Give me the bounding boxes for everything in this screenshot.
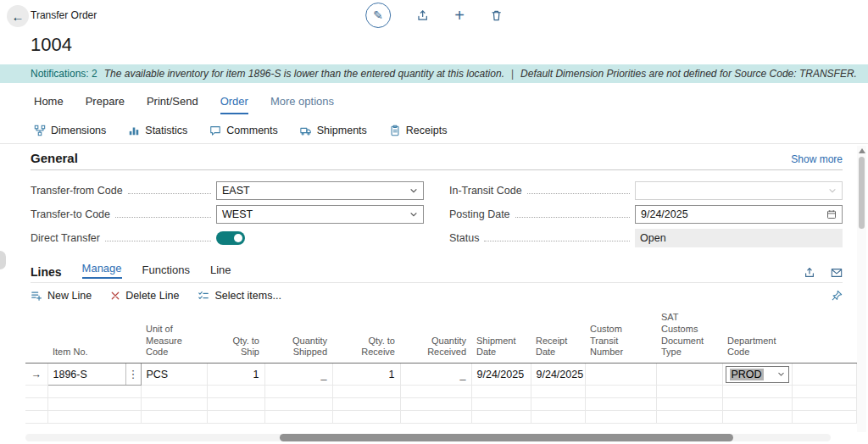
tab-home[interactable]: Home [34, 95, 64, 113]
left-edge-handle[interactable] [0, 251, 6, 269]
tab-manage[interactable]: Manage [82, 262, 122, 279]
col-shipment-date[interactable]: Shipment Date [471, 310, 531, 364]
action-label: Dimensions [51, 125, 106, 136]
delete-line-button[interactable]: Delete Line [110, 290, 179, 302]
statistics-icon [128, 125, 140, 136]
receipts-icon [389, 125, 401, 136]
action-label: Statistics [145, 125, 187, 136]
cell-custom-transit-number[interactable] [585, 364, 656, 386]
cell-qty-to-ship[interactable]: 1 [207, 364, 264, 386]
col-sat-customs-document-type[interactable]: SAT Customs Document Type [656, 310, 722, 364]
cell-shipment-date[interactable]: 9/24/2025 [471, 364, 531, 386]
field-label: Posting Date [449, 208, 510, 220]
add-button[interactable]: + [454, 7, 465, 24]
scroll-up-arrow-icon[interactable] [859, 148, 865, 153]
tab-line[interactable]: Line [210, 264, 231, 279]
field-value: 9/24/2025 [641, 208, 688, 220]
table-row[interactable] [25, 398, 856, 411]
tab-functions[interactable]: Functions [142, 264, 190, 279]
tab-print-send[interactable]: Print/Send [147, 95, 198, 113]
select-items-button[interactable]: Select items... [198, 290, 281, 302]
row-arrow-icon: → [31, 369, 42, 380]
vertical-scrollbar-thumb[interactable] [859, 157, 865, 229]
col-quantity-received[interactable]: Quantity Received [400, 310, 471, 364]
tab-more-options[interactable]: More options [270, 95, 334, 113]
vertical-scrollbar[interactable] [857, 146, 866, 432]
cell-unit-of-measure[interactable]: PCS [141, 364, 207, 386]
pin-icon [831, 290, 843, 302]
in-transit-select [635, 181, 843, 200]
horizontal-scrollbar-thumb[interactable] [280, 434, 733, 441]
top-bar: ← Transfer Order ✎ + [0, 0, 868, 32]
calendar-icon[interactable] [826, 209, 837, 219]
row-selector[interactable]: → [25, 364, 47, 386]
button-label: Select items... [214, 290, 281, 302]
field-direct-transfer: Direct Transfer [31, 226, 424, 250]
delete-button[interactable] [490, 9, 503, 22]
transfer-from-select[interactable]: EAST [216, 181, 424, 200]
cell-receipt-date[interactable]: 9/24/2025 [531, 364, 585, 386]
action-label: Receipts [406, 125, 448, 136]
table-row[interactable] [25, 386, 856, 398]
dotted-leader [128, 193, 211, 194]
table-row[interactable] [25, 411, 856, 424]
dotted-leader [115, 217, 211, 218]
new-line-button[interactable]: New Line [31, 290, 92, 302]
cell-department-code[interactable]: PROD [722, 364, 792, 386]
cell-quantity-received[interactable]: _ [400, 364, 471, 386]
dotted-leader [105, 241, 211, 241]
chevron-down-icon [828, 186, 837, 195]
notification-message: Default Dimension Priorities are not def… [520, 68, 857, 80]
cell-item-no[interactable]: 1896-S ⋮ [47, 364, 141, 386]
cell-sat-customs-document-type[interactable] [656, 364, 722, 386]
comments-icon [209, 125, 221, 136]
toggle-knob [234, 234, 242, 242]
chevron-down-icon [409, 210, 418, 219]
action-receipts[interactable]: Receipts [389, 125, 448, 136]
row-menu-button[interactable]: ⋮ [125, 364, 141, 385]
general-heading: General [31, 151, 78, 165]
tab-prepare[interactable]: Prepare [86, 95, 125, 113]
col-department-code[interactable]: Department Code [722, 310, 792, 364]
show-more-link[interactable]: Show more [791, 153, 843, 165]
status-value: Open [635, 229, 843, 247]
email-button[interactable] [831, 267, 843, 279]
edit-button[interactable]: ✎ [365, 3, 391, 28]
field-in-transit: In-Transit Code [449, 179, 843, 203]
share-lines-button[interactable] [804, 267, 815, 279]
action-statistics[interactable]: Statistics [128, 125, 187, 136]
col-custom-transit-number[interactable]: Custom Transit Number [585, 310, 656, 364]
new-line-icon [31, 290, 42, 302]
action-comments[interactable]: Comments [209, 125, 277, 136]
back-button[interactable]: ← [7, 5, 29, 27]
posting-date-input[interactable]: 9/24/2025 [635, 205, 843, 224]
page-actions: ✎ + [365, 3, 503, 28]
action-shipments[interactable]: Shipments [300, 125, 367, 136]
share-button[interactable] [416, 9, 429, 22]
transfer-to-select[interactable]: WEST [216, 205, 424, 224]
cell-value: 1896-S [48, 369, 125, 380]
ribbon-menu: Home Prepare Print/Send Order More optio… [0, 95, 868, 117]
direct-transfer-toggle[interactable] [216, 231, 245, 245]
lines-section: Lines Manage Functions Line [0, 262, 868, 424]
action-dimensions[interactable]: Dimensions [34, 125, 106, 136]
pin-button[interactable] [831, 290, 843, 302]
department-code-select[interactable]: PROD [726, 366, 789, 383]
cell-qty-to-receive[interactable]: 1 [332, 364, 400, 386]
cell-quantity-shipped[interactable]: _ [264, 364, 332, 386]
field-label: Transfer-from Code [31, 185, 123, 197]
chevron-down-icon [777, 370, 785, 378]
col-quantity-shipped[interactable]: Quantity Shipped [264, 310, 332, 364]
field-status: Status Open [449, 226, 843, 250]
horizontal-scrollbar[interactable] [25, 434, 831, 441]
notification-separator: | [511, 68, 514, 80]
col-item-no[interactable]: Item No. [47, 310, 141, 364]
col-unit-of-measure[interactable]: Unit of Measure Code [141, 310, 207, 364]
dotted-leader [484, 241, 630, 241]
tab-order[interactable]: Order [220, 95, 248, 114]
col-qty-to-ship[interactable]: Qty. to Ship [207, 310, 264, 364]
general-section: General Show more Transfer-from Code EAS… [0, 151, 868, 250]
notifications-link[interactable]: Notifications: 2 [31, 68, 97, 80]
col-qty-to-receive[interactable]: Qty. to Receive [332, 310, 400, 364]
col-receipt-date[interactable]: Receipt Date [531, 310, 585, 364]
